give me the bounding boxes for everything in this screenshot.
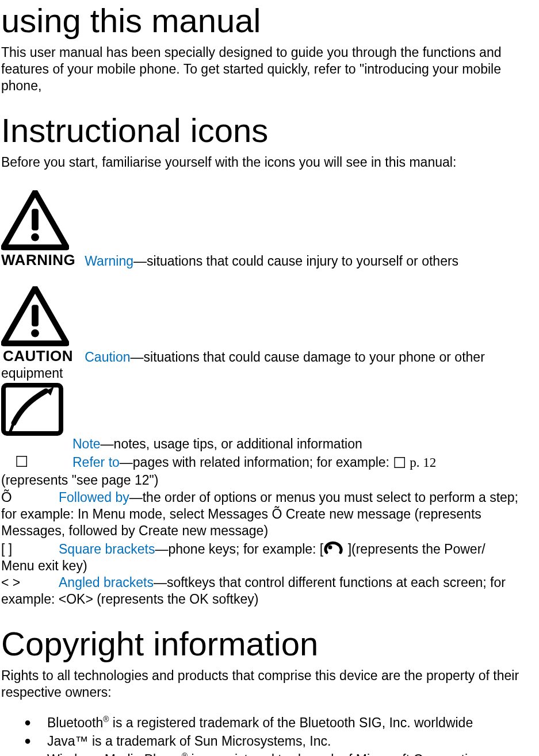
caution-icon: CAUTION: [1, 286, 75, 365]
warning-icon: WARNING: [1, 190, 75, 269]
warning-entry: WARNING Warning—situations that could ca…: [1, 175, 532, 269]
square-brackets-entry: [ ]Square brackets—phone keys; for examp…: [1, 540, 532, 574]
caution-entry: CAUTION Caution—situations that could ca…: [1, 271, 532, 382]
list-item: Windows Media Player® is a registered tr…: [1, 751, 532, 756]
followed-label: Followed by: [59, 490, 129, 505]
angled-symbol: < >: [1, 574, 59, 591]
warning-text: —situations that could cause injury to y…: [133, 254, 458, 268]
caution-label: Caution: [85, 350, 130, 364]
svg-rect-4: [32, 305, 39, 326]
note-entry: Note—notes, usage tips, or additional in…: [1, 383, 532, 452]
svg-point-2: [31, 233, 39, 241]
square-text-start: —phone keys; for example: [: [155, 542, 323, 557]
refer-entry: ☐Refer to—pages with related information…: [1, 452, 532, 489]
note-icon: [1, 383, 63, 436]
angled-label: Angled brackets: [59, 575, 154, 590]
caution-icon-label: CAUTION: [1, 347, 75, 365]
refer-label: Refer to: [72, 455, 120, 470]
square-text-mid: ](represents the Power/: [344, 542, 485, 557]
square-text-end: Menu exit key): [1, 558, 532, 574]
square-symbol: [ ]: [1, 541, 59, 558]
followed-symbol: Õ: [1, 489, 59, 506]
note-line: Note—notes, usage tips, or additional in…: [1, 436, 362, 451]
caution-text-end: equipment: [1, 365, 532, 382]
caution-line-1: Caution—situations that could cause dama…: [77, 350, 484, 364]
refer-text-end: (represents "see page 12"): [1, 472, 532, 489]
refer-line-1: ☐Refer to—pages with related information…: [1, 455, 436, 470]
angled-brackets-entry: < >Angled brackets—softkeys that control…: [1, 574, 532, 608]
refer-symbol: ☐: [1, 452, 72, 471]
followed-entry: ÕFollowed by—the order of options or men…: [1, 489, 532, 539]
section-heading-copyright: Copyright information: [1, 624, 532, 663]
warning-icon-label: WARNING: [1, 251, 75, 269]
intro-paragraph: This user manual has been specially desi…: [1, 44, 532, 94]
refer-page-example: ☐ p. 12: [393, 455, 436, 470]
warning-label: Warning: [85, 254, 133, 268]
svg-point-5: [31, 329, 39, 337]
spacer: [1, 607, 532, 623]
svg-rect-1: [32, 209, 39, 230]
instructional-icons-intro: Before you start, familiarise yourself w…: [1, 154, 532, 171]
spacer: [1, 94, 532, 110]
list-item: Java™ is a trademark of Sun Microsystems…: [1, 733, 532, 750]
note-label: Note: [72, 436, 101, 451]
list-item: Bluetooth® is a registered trademark of …: [1, 715, 532, 732]
page-title: using this manual: [1, 1, 532, 40]
square-line-1: [ ]Square brackets—phone keys; for examp…: [1, 542, 486, 557]
caution-text-start: —situations that could cause damage to y…: [131, 350, 485, 364]
section-heading-instructional-icons: Instructional icons: [1, 111, 532, 149]
refer-text-start: —pages with related information; for exa…: [120, 455, 393, 470]
power-key-icon: [323, 540, 344, 557]
note-text: —notes, usage tips, or additional inform…: [101, 436, 362, 451]
copyright-intro: Rights to all technologies and products …: [1, 667, 532, 701]
trademark-list: Bluetooth® is a registered trademark of …: [1, 715, 532, 756]
warning-line: Warning—situations that could cause inju…: [77, 254, 458, 268]
square-label: Square brackets: [59, 542, 155, 557]
svg-point-7: [328, 546, 332, 550]
document-page: using this manual This user manual has b…: [0, 1, 539, 756]
